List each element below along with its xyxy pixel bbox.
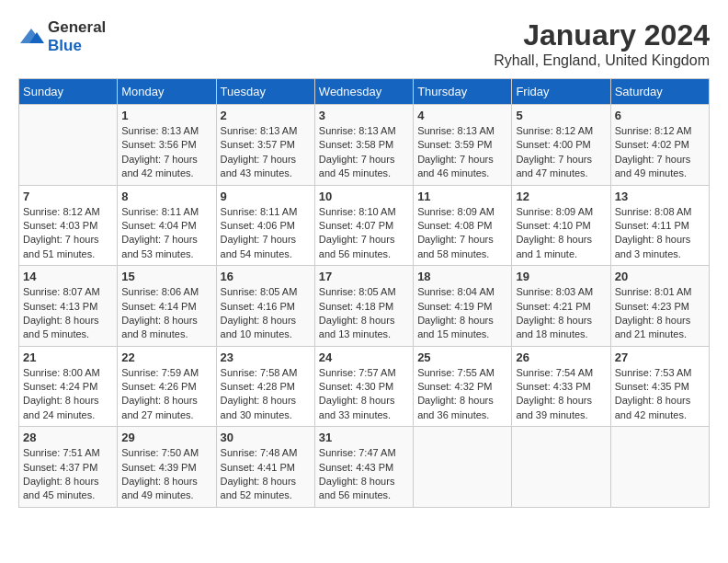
calendar-cell: 4Sunrise: 8:13 AMSunset: 3:59 PMDaylight… (414, 105, 512, 186)
day-number: 31 (319, 431, 409, 444)
calendar-cell: 7Sunrise: 8:12 AMSunset: 4:03 PMDaylight… (19, 185, 118, 266)
day-info: Sunrise: 8:09 AMSunset: 4:08 PMDaylight:… (417, 205, 507, 262)
day-info: Sunrise: 8:07 AMSunset: 4:13 PMDaylight:… (23, 285, 113, 342)
calendar-cell: 28Sunrise: 7:51 AMSunset: 4:37 PMDayligh… (19, 427, 118, 508)
calendar-cell: 5Sunrise: 8:12 AMSunset: 4:00 PMDaylight… (512, 105, 610, 186)
day-number: 28 (23, 431, 113, 444)
title-block: January 2024 Ryhall, England, United Kin… (494, 18, 710, 69)
day-number: 26 (516, 350, 606, 364)
day-number: 3 (319, 109, 409, 122)
day-info: Sunrise: 8:03 AMSunset: 4:21 PMDaylight:… (516, 285, 606, 342)
calendar-cell: 18Sunrise: 8:04 AMSunset: 4:19 PMDayligh… (414, 266, 512, 347)
day-info: Sunrise: 7:53 AMSunset: 4:35 PMDaylight:… (615, 366, 705, 423)
calendar-header-row: SundayMondayTuesdayWednesdayThursdayFrid… (19, 79, 710, 105)
day-info: Sunrise: 8:00 AMSunset: 4:24 PMDaylight:… (23, 366, 113, 423)
day-number: 23 (221, 350, 311, 364)
column-header-wednesday: Wednesday (314, 79, 413, 105)
calendar-cell: 1Sunrise: 8:13 AMSunset: 3:56 PMDaylight… (118, 105, 216, 186)
day-info: Sunrise: 8:04 AMSunset: 4:19 PMDaylight:… (417, 285, 507, 342)
day-number: 11 (417, 190, 507, 203)
column-header-thursday: Thursday (414, 79, 512, 105)
day-number: 16 (221, 270, 311, 283)
day-info: Sunrise: 8:12 AMSunset: 4:00 PMDaylight:… (516, 124, 606, 181)
page-header: General Blue January 2024 Ryhall, Englan… (18, 18, 710, 69)
calendar-cell: 6Sunrise: 8:12 AMSunset: 4:02 PMDaylight… (610, 105, 709, 186)
calendar-cell: 17Sunrise: 8:05 AMSunset: 4:18 PMDayligh… (314, 266, 413, 347)
calendar-cell: 2Sunrise: 8:13 AMSunset: 3:57 PMDaylight… (216, 105, 314, 186)
calendar-cell: 26Sunrise: 7:54 AMSunset: 4:33 PMDayligh… (512, 346, 610, 427)
calendar-cell (414, 427, 512, 508)
calendar-cell (610, 427, 709, 508)
day-info: Sunrise: 7:48 AMSunset: 4:41 PMDaylight:… (221, 446, 311, 503)
day-number: 19 (516, 270, 606, 283)
day-info: Sunrise: 8:05 AMSunset: 4:18 PMDaylight:… (319, 285, 409, 342)
day-number: 22 (121, 350, 211, 364)
day-info: Sunrise: 8:13 AMSunset: 3:59 PMDaylight:… (417, 124, 507, 181)
day-number: 15 (121, 270, 211, 283)
day-info: Sunrise: 8:11 AMSunset: 4:04 PMDaylight:… (121, 205, 211, 262)
day-number: 2 (221, 109, 311, 122)
day-number: 10 (319, 190, 409, 203)
day-number: 29 (121, 431, 211, 444)
day-info: Sunrise: 7:51 AMSunset: 4:37 PMDaylight:… (23, 446, 113, 503)
day-info: Sunrise: 8:05 AMSunset: 4:16 PMDaylight:… (221, 285, 311, 342)
day-info: Sunrise: 7:54 AMSunset: 4:33 PMDaylight:… (516, 366, 606, 423)
logo-blue: Blue (48, 37, 82, 54)
calendar-cell: 24Sunrise: 7:57 AMSunset: 4:30 PMDayligh… (314, 346, 413, 427)
calendar-table: SundayMondayTuesdayWednesdayThursdayFrid… (18, 78, 710, 508)
calendar-cell: 21Sunrise: 8:00 AMSunset: 4:24 PMDayligh… (19, 346, 118, 427)
calendar-cell: 16Sunrise: 8:05 AMSunset: 4:16 PMDayligh… (216, 266, 314, 347)
calendar-cell: 12Sunrise: 8:09 AMSunset: 4:10 PMDayligh… (512, 185, 610, 266)
day-number: 25 (417, 350, 507, 364)
calendar-cell: 29Sunrise: 7:50 AMSunset: 4:39 PMDayligh… (118, 427, 216, 508)
day-info: Sunrise: 7:50 AMSunset: 4:39 PMDaylight:… (121, 446, 211, 503)
calendar-week-4: 21Sunrise: 8:00 AMSunset: 4:24 PMDayligh… (19, 346, 710, 427)
day-info: Sunrise: 8:09 AMSunset: 4:10 PMDaylight:… (516, 205, 606, 262)
day-info: Sunrise: 8:06 AMSunset: 4:14 PMDaylight:… (121, 285, 211, 342)
calendar-cell: 30Sunrise: 7:48 AMSunset: 4:41 PMDayligh… (216, 427, 314, 508)
day-number: 1 (121, 109, 211, 122)
calendar-week-3: 14Sunrise: 8:07 AMSunset: 4:13 PMDayligh… (19, 266, 710, 347)
day-number: 9 (221, 190, 311, 203)
calendar-cell: 27Sunrise: 7:53 AMSunset: 4:35 PMDayligh… (610, 346, 709, 427)
calendar-cell: 9Sunrise: 8:11 AMSunset: 4:06 PMDaylight… (216, 185, 314, 266)
day-info: Sunrise: 7:55 AMSunset: 4:32 PMDaylight:… (417, 366, 507, 423)
calendar-cell: 8Sunrise: 8:11 AMSunset: 4:04 PMDaylight… (118, 185, 216, 266)
day-number: 24 (319, 350, 409, 364)
calendar-cell: 11Sunrise: 8:09 AMSunset: 4:08 PMDayligh… (414, 185, 512, 266)
calendar-cell (19, 105, 118, 186)
calendar-cell: 15Sunrise: 8:06 AMSunset: 4:14 PMDayligh… (118, 266, 216, 347)
day-number: 7 (23, 190, 113, 203)
day-info: Sunrise: 8:13 AMSunset: 3:58 PMDaylight:… (319, 124, 409, 181)
calendar-cell: 19Sunrise: 8:03 AMSunset: 4:21 PMDayligh… (512, 266, 610, 347)
day-number: 4 (417, 109, 507, 122)
day-number: 17 (319, 270, 409, 283)
column-header-sunday: Sunday (19, 79, 118, 105)
day-info: Sunrise: 8:12 AMSunset: 4:02 PMDaylight:… (615, 124, 705, 181)
page-subtitle: Ryhall, England, United Kingdom (494, 52, 710, 69)
calendar-cell: 23Sunrise: 7:58 AMSunset: 4:28 PMDayligh… (216, 346, 314, 427)
day-info: Sunrise: 7:58 AMSunset: 4:28 PMDaylight:… (221, 366, 311, 423)
day-number: 5 (516, 109, 606, 122)
day-info: Sunrise: 8:01 AMSunset: 4:23 PMDaylight:… (615, 285, 705, 342)
column-header-friday: Friday (512, 79, 610, 105)
day-number: 12 (516, 190, 606, 203)
day-info: Sunrise: 7:57 AMSunset: 4:30 PMDaylight:… (319, 366, 409, 423)
day-number: 8 (121, 190, 211, 203)
day-number: 13 (615, 190, 705, 203)
column-header-saturday: Saturday (610, 79, 709, 105)
day-number: 21 (23, 350, 113, 364)
calendar-cell (512, 427, 610, 508)
column-header-tuesday: Tuesday (216, 79, 314, 105)
calendar-week-5: 28Sunrise: 7:51 AMSunset: 4:37 PMDayligh… (19, 427, 710, 508)
day-number: 20 (615, 270, 705, 283)
day-number: 14 (23, 270, 113, 283)
logo-icon (18, 27, 44, 47)
logo-general: General (48, 18, 106, 36)
calendar-cell: 10Sunrise: 8:10 AMSunset: 4:07 PMDayligh… (314, 185, 413, 266)
day-info: Sunrise: 7:59 AMSunset: 4:26 PMDaylight:… (121, 366, 211, 423)
calendar-cell: 13Sunrise: 8:08 AMSunset: 4:11 PMDayligh… (610, 185, 709, 266)
calendar-cell: 14Sunrise: 8:07 AMSunset: 4:13 PMDayligh… (19, 266, 118, 347)
day-info: Sunrise: 8:13 AMSunset: 3:57 PMDaylight:… (221, 124, 311, 181)
calendar-cell: 20Sunrise: 8:01 AMSunset: 4:23 PMDayligh… (610, 266, 709, 347)
